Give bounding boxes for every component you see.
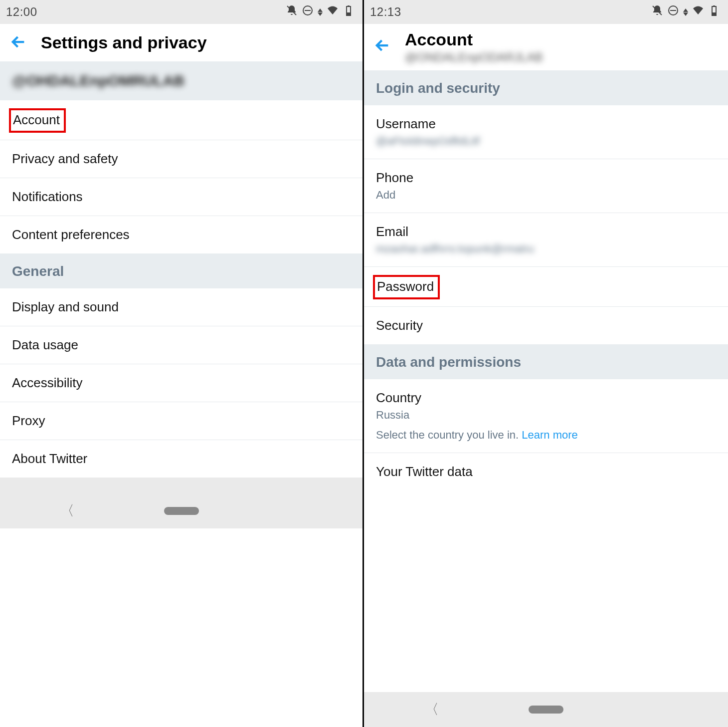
- settings-item-display-sound[interactable]: Display and sound: [0, 288, 363, 326]
- no-entry-icon: [302, 4, 314, 19]
- page-title: Settings and privacy: [41, 33, 207, 52]
- wifi-icon: [327, 4, 339, 19]
- app-header: Account @ONDALEnpODARJLAB: [364, 24, 728, 70]
- highlight-password: Password: [373, 275, 440, 299]
- settings-item-privacy-safety[interactable]: Privacy and safety: [0, 140, 363, 178]
- nav-home-pill[interactable]: [529, 706, 563, 714]
- data-arrows-icon: [683, 8, 688, 16]
- settings-item-data-usage[interactable]: Data usage: [0, 326, 363, 364]
- status-icons: [651, 4, 720, 19]
- battery-icon: [343, 4, 355, 19]
- settings-item-about-twitter[interactable]: About Twitter: [0, 440, 363, 478]
- account-item-phone[interactable]: Phone Add: [364, 159, 728, 213]
- nav-back-icon[interactable]: 〈: [425, 700, 439, 719]
- account-item-your-twitter-data[interactable]: Your Twitter data: [364, 453, 728, 490]
- system-nav-bar: 〈: [364, 692, 728, 727]
- email-label: Email: [376, 224, 716, 240]
- status-icons: [286, 4, 355, 19]
- battery-icon: [708, 4, 720, 19]
- nav-home-pill[interactable]: [164, 507, 199, 515]
- page-subtitle-username: @ONDALEnpODARJLAB: [405, 50, 543, 64]
- country-label: Country: [376, 390, 716, 406]
- status-time: 12:13: [370, 5, 401, 19]
- svg-rect-10: [713, 5, 715, 6]
- country-learn-more-link[interactable]: Learn more: [522, 429, 578, 441]
- account-item-country[interactable]: Country Russia Select the country you li…: [364, 379, 728, 453]
- country-hint: Select the country you live in. Learn mo…: [376, 429, 716, 442]
- system-nav-bar: 〈: [0, 493, 363, 528]
- back-arrow-icon[interactable]: [374, 37, 391, 56]
- back-arrow-icon[interactable]: [10, 33, 27, 52]
- settings-item-account[interactable]: Account: [0, 100, 363, 140]
- nav-back-icon[interactable]: 〈: [60, 501, 74, 520]
- screen-account: 12:13 Account @ONDALEnpODARJLAB Login an…: [364, 0, 728, 727]
- dnd-icon: [286, 4, 298, 19]
- svg-rect-4: [348, 5, 350, 6]
- phone-label: Phone: [376, 170, 716, 186]
- svg-rect-5: [347, 12, 350, 15]
- settings-item-content-preferences[interactable]: Content preferences: [0, 216, 363, 253]
- bottom-strip: [0, 478, 363, 493]
- account-item-username[interactable]: Username @aFtoldinepOdftdLitf: [364, 105, 728, 159]
- account-item-password[interactable]: Password: [364, 267, 728, 307]
- username-label: Username: [376, 116, 716, 132]
- page-title: Account: [405, 30, 543, 49]
- status-bar: 12:13: [364, 0, 728, 24]
- no-entry-icon: [667, 4, 679, 19]
- phone-value: Add: [376, 189, 716, 202]
- account-item-email[interactable]: Email mzaohar.adfhrrs:topunk@rmatru: [364, 213, 728, 267]
- highlight-account: Account: [9, 108, 66, 133]
- username-value: @aFtoldinepOdftdLitf: [376, 135, 716, 148]
- current-user-handle: @OHDALEnpOMRULAB: [0, 61, 363, 100]
- email-value: mzaohar.adfhrrs:topunk@rmatru: [376, 242, 716, 255]
- country-value: Russia: [376, 409, 716, 422]
- status-bar: 12:00: [0, 0, 363, 24]
- app-header: Settings and privacy: [0, 24, 363, 61]
- wifi-icon: [692, 4, 704, 19]
- section-header-data-permissions: Data and permissions: [364, 344, 728, 379]
- section-header-general: General: [0, 253, 363, 288]
- status-time: 12:00: [6, 5, 37, 19]
- account-item-security[interactable]: Security: [364, 307, 728, 344]
- dnd-icon: [651, 4, 663, 19]
- settings-item-proxy[interactable]: Proxy: [0, 402, 363, 440]
- section-header-login-security: Login and security: [364, 70, 728, 105]
- settings-item-accessibility[interactable]: Accessibility: [0, 364, 363, 402]
- screen-settings-privacy: 12:00 Settings and privacy @OHDALEnpOMRU…: [0, 0, 364, 727]
- settings-item-notifications[interactable]: Notifications: [0, 178, 363, 216]
- svg-rect-11: [713, 12, 716, 15]
- data-arrows-icon: [318, 8, 323, 16]
